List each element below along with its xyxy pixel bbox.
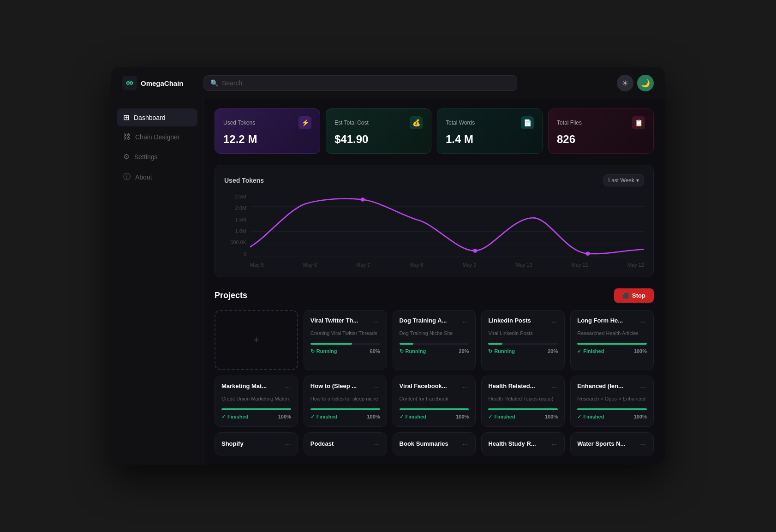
project-card-linkedin-posts[interactable]: Linkedin Posts ··· Viral Linkedin Posts … — [481, 310, 565, 370]
project-card-header: Marketing Mat... ··· — [221, 383, 291, 392]
sidebar-item-chain-designer[interactable]: ⛓ Chain Designer — [117, 128, 197, 146]
project-card-header: Book Summaries ··· — [400, 439, 469, 448]
chart-x-labels: May 5 May 6 May 7 May 8 May 9 May 10 May… — [250, 262, 644, 268]
project-menu-icon[interactable]: ··· — [639, 317, 647, 326]
sidebar-item-about[interactable]: ⓘ About — [117, 167, 197, 186]
project-footer: ↻ Running 20% — [488, 348, 558, 354]
y-label-1: 2.0M — [224, 205, 246, 211]
stats-row: Used Tokens ⚡ 12.2 M Est Total Cost 💰 $4… — [215, 108, 654, 154]
sidebar-item-label: Settings — [134, 153, 158, 161]
projects-header: Projects ⬛ Stop — [215, 288, 654, 303]
projects-grid-row3: Shopify ··· Podcast ··· Book Summaries — [215, 432, 654, 455]
project-menu-icon[interactable]: ··· — [462, 439, 469, 448]
stop-label: Stop — [632, 292, 645, 299]
chart-title: Used Tokens — [224, 177, 264, 184]
project-footer: ✓ Finished 100% — [488, 414, 558, 420]
project-footer: ✓ Finished 100% — [310, 414, 380, 420]
dark-theme-button[interactable]: 🌙 — [637, 75, 654, 91]
x-label-4: May 9 — [462, 262, 476, 268]
chart-section: Used Tokens Last Week ▾ 2.5M 2.0M 1.5M 1… — [215, 165, 654, 277]
progress-bar-fill — [577, 343, 647, 345]
project-card-shopify[interactable]: Shopify ··· — [215, 432, 298, 455]
project-name: Dog Training A... — [400, 317, 447, 324]
project-card-health-study[interactable]: Health Study R... ··· — [481, 432, 565, 455]
project-card-water-sports[interactable]: Water Sports N... ··· — [570, 432, 654, 455]
project-card-how-to-sleep[interactable]: How to (Sleep ... ··· How to articles fo… — [304, 376, 387, 426]
project-name: Podcast — [310, 440, 334, 447]
project-menu-icon[interactable]: ··· — [639, 383, 647, 392]
projects-title: Projects — [215, 291, 247, 300]
project-card-health-related[interactable]: Health Related... ··· Health Related Top… — [481, 376, 565, 426]
progress-pct: 60% — [370, 348, 380, 354]
chart-filter-button[interactable]: Last Week ▾ — [603, 174, 644, 186]
project-card-enhanced[interactable]: Enhanced (len... ··· Research > Opus > E… — [570, 376, 654, 426]
logo-icon — [122, 76, 137, 90]
search-bar[interactable]: 🔍 — [203, 75, 517, 91]
status-badge: ↻ Running — [400, 348, 426, 354]
sidebar-item-dashboard[interactable]: ⊞ Dashboard — [117, 108, 197, 126]
project-menu-icon[interactable]: ··· — [284, 383, 291, 392]
y-label-5: 0 — [224, 251, 246, 257]
project-card-book-summaries[interactable]: Book Summaries ··· — [393, 432, 476, 455]
progress-pct: 100% — [634, 348, 647, 354]
project-card-viral-twitter[interactable]: Viral Twitter Th... ··· Creating Viral T… — [304, 310, 387, 370]
project-desc: Dog Training Niche Site — [400, 330, 469, 337]
status-badge: ✓ Finished — [221, 414, 248, 420]
progress-pct: 100% — [367, 414, 380, 419]
svg-point-10 — [473, 249, 478, 253]
sidebar-item-label: Dashboard — [134, 114, 166, 121]
project-menu-icon[interactable]: ··· — [551, 383, 558, 392]
finished-icon: ✓ — [577, 414, 581, 420]
chevron-down-icon: ▾ — [636, 177, 639, 184]
y-label-3: 1.0M — [224, 228, 246, 234]
project-card-viral-facebook[interactable]: Viral Facebook... ··· Content for Facebo… — [393, 376, 476, 426]
project-card-dog-training[interactable]: Dog Training A... ··· Dog Training Niche… — [393, 310, 476, 370]
stat-label-used-tokens: Used Tokens — [223, 120, 255, 126]
running-icon: ↻ — [488, 348, 492, 354]
project-card-podcast[interactable]: Podcast ··· — [304, 432, 387, 455]
progress-bar-bg — [221, 408, 291, 410]
projects-grid-row2: Marketing Mat... ··· Credit Union Market… — [215, 376, 654, 426]
progress-pct: 20% — [548, 348, 558, 354]
progress-bar-bg — [577, 408, 647, 410]
project-menu-icon[interactable]: ··· — [462, 383, 469, 392]
stat-value-est-cost: $41.90 — [334, 133, 423, 146]
sidebar-item-label: Chain Designer — [135, 133, 180, 141]
project-menu-icon[interactable]: ··· — [551, 317, 558, 326]
x-label-2: May 7 — [356, 262, 370, 268]
stat-value-total-files: 826 — [557, 133, 645, 146]
status-label: Finished — [583, 414, 604, 419]
project-footer: ✓ Finished 100% — [400, 414, 469, 420]
project-menu-icon[interactable]: ··· — [462, 317, 469, 326]
sidebar-item-settings[interactable]: ⚙ Settings — [117, 148, 197, 166]
project-menu-icon[interactable]: ··· — [373, 439, 380, 448]
running-icon: ↻ — [310, 348, 315, 354]
project-name: Shopify — [221, 440, 244, 447]
project-menu-icon[interactable]: ··· — [551, 439, 558, 448]
stat-icon-files: 📋 — [632, 116, 645, 129]
project-card-long-form[interactable]: Long Form He... ··· Researched Health Ar… — [570, 310, 654, 370]
project-menu-icon[interactable]: ··· — [373, 317, 380, 326]
svg-point-11 — [585, 252, 590, 256]
stop-button[interactable]: ⬛ Stop — [614, 288, 654, 303]
chart-header: Used Tokens Last Week ▾ — [224, 174, 644, 186]
stat-label-total-words: Total Words — [446, 120, 475, 126]
project-footer: ✓ Finished 100% — [577, 414, 647, 420]
stat-label-est-cost: Est Total Cost — [334, 120, 369, 126]
x-label-5: May 10 — [515, 262, 532, 268]
chart-filter-label: Last Week — [609, 177, 634, 184]
project-menu-icon[interactable]: ··· — [284, 439, 291, 448]
project-menu-icon[interactable]: ··· — [639, 439, 647, 448]
project-card-header: Shopify ··· — [221, 439, 291, 448]
search-input[interactable] — [222, 79, 510, 87]
project-card-marketing-mat[interactable]: Marketing Mat... ··· Credit Union Market… — [215, 376, 298, 426]
y-label-4: 500.0K — [224, 239, 246, 245]
settings-icon: ⚙ — [123, 152, 130, 161]
header: OmegaChain 🔍 ☀ 🌙 — [111, 67, 665, 99]
light-theme-button[interactable]: ☀ — [617, 75, 633, 91]
add-project-button[interactable]: + — [215, 310, 298, 370]
project-card-header: Dog Training A... ··· — [400, 317, 469, 326]
status-badge: ✓ Finished — [310, 414, 337, 420]
project-menu-icon[interactable]: ··· — [373, 383, 380, 392]
project-card-header: Viral Twitter Th... ··· — [310, 317, 380, 326]
